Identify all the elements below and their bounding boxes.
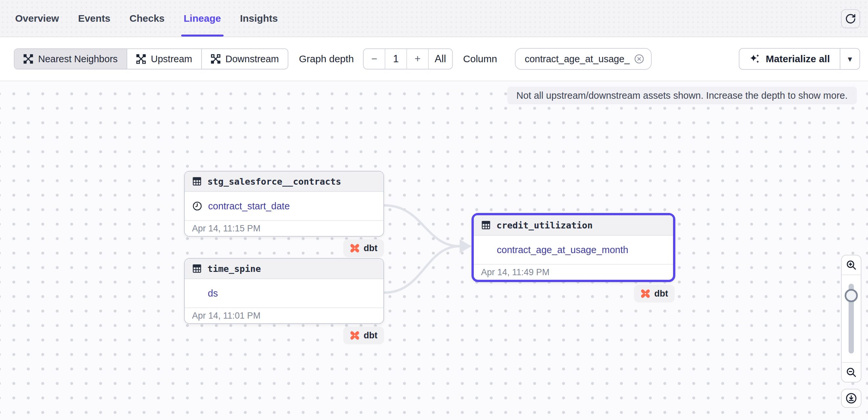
view-mode-downstream[interactable]: Downstream: [202, 49, 288, 69]
depth-warning-text: Not all upstream/downstream assets shown…: [517, 90, 848, 101]
materialize-button-group: Materialize all ▾: [739, 48, 860, 70]
asset-timestamp: Apr 14, 11:01 PM: [185, 307, 383, 323]
asset-node-credit-utilization[interactable]: credit_utilization contract_age_at_usage…: [471, 213, 675, 282]
asset-node-header: credit_utilization: [474, 215, 673, 236]
zoom-control-panel: [841, 255, 861, 383]
asset-node-header: stg_salesforce__contracts: [185, 171, 383, 192]
zoom-in-icon: [845, 259, 857, 271]
tab-checks[interactable]: Checks: [129, 0, 165, 36]
view-mode-upstream[interactable]: Upstream: [127, 49, 202, 69]
dbt-logo-icon: [350, 243, 360, 253]
tab-events[interactable]: Events: [78, 0, 110, 36]
dbt-badge: dbt: [343, 239, 384, 257]
materialize-dropdown-button[interactable]: ▾: [840, 48, 860, 70]
asset-node-header: time_spine: [185, 259, 383, 279]
clock-icon: [192, 201, 203, 211]
view-mode-label: Upstream: [151, 54, 192, 64]
lineage-canvas[interactable]: Not all upstream/downstream assets shown…: [0, 82, 868, 420]
nearest-neighbors-icon: [23, 54, 33, 64]
view-mode-label: Nearest Neighbors: [38, 54, 118, 64]
depth-decrement-button[interactable]: −: [364, 49, 385, 69]
asset-node-time-spine[interactable]: time_spine ds Apr 14, 11:01 PM: [184, 258, 384, 324]
column-filter-value: contract_age_at_usage_: [525, 54, 630, 64]
zoom-out-button[interactable]: [842, 362, 861, 382]
edge-stg-to-credit: [385, 205, 460, 246]
asset-title: time_spine: [208, 264, 261, 274]
graph-depth-label: Graph depth: [299, 53, 354, 64]
recenter-view-button[interactable]: [841, 389, 861, 408]
tab-overview[interactable]: Overview: [15, 0, 59, 36]
sparkles-icon: [749, 53, 761, 64]
column-filter-chip[interactable]: contract_age_at_usage_: [515, 48, 652, 70]
edge-timespine-to-credit: [385, 246, 460, 292]
zoom-slider-thumb[interactable]: [845, 289, 858, 302]
asset-column-row[interactable]: contract_start_date: [185, 192, 383, 220]
column-filter-label: Column: [463, 53, 497, 64]
upstream-icon: [136, 54, 146, 64]
tab-lineage[interactable]: Lineage: [184, 0, 221, 36]
asset-column-row[interactable]: contract_age_at_usage_month: [474, 236, 673, 264]
downstream-icon: [211, 54, 221, 64]
dbt-badge: dbt: [634, 285, 675, 303]
dbt-logo-icon: [641, 289, 650, 299]
zoom-in-button[interactable]: [842, 255, 861, 275]
materialize-all-button[interactable]: Materialize all: [739, 48, 840, 70]
asset-timestamp: Apr 14, 11:15 PM: [185, 220, 383, 236]
depth-increment-button[interactable]: +: [407, 49, 429, 69]
column-name: ds: [208, 288, 218, 299]
depth-all-button[interactable]: All: [429, 49, 452, 69]
dbt-logo-icon: [350, 331, 360, 340]
tab-bar: Overview Events Checks Lineage Insights: [0, 0, 868, 37]
depth-warning-banner: Not all upstream/downstream assets shown…: [507, 87, 857, 104]
lineage-edges: [0, 82, 868, 420]
asset-timestamp: Apr 14, 11:49 PM: [474, 264, 673, 280]
column-name: contract_start_date: [208, 201, 290, 212]
tab-insights[interactable]: Insights: [240, 0, 278, 36]
recenter-icon: [845, 392, 857, 404]
zoom-slider: [842, 275, 861, 362]
view-mode-segmented-control: Nearest Neighbors Upstream: [14, 48, 288, 69]
view-mode-nearest-neighbors[interactable]: Nearest Neighbors: [14, 49, 127, 69]
asset-title: stg_salesforce__contracts: [208, 176, 341, 187]
asset-column-row[interactable]: ds: [185, 279, 383, 307]
edge-arrowhead: [460, 239, 471, 253]
table-icon: [481, 220, 491, 230]
table-icon: [192, 176, 202, 186]
table-icon: [192, 264, 202, 274]
materialize-all-label: Materialize all: [766, 53, 830, 64]
chevron-down-icon: ▾: [848, 54, 852, 64]
zoom-out-icon: [845, 366, 857, 378]
refresh-button[interactable]: [841, 9, 860, 28]
asset-title: credit_utilization: [496, 220, 593, 230]
graph-depth-stepper: − 1 + All: [363, 48, 453, 69]
circle-x-icon[interactable]: [634, 54, 644, 64]
dbt-badge: dbt: [343, 327, 384, 344]
dbt-badge-label: dbt: [654, 289, 668, 299]
lineage-toolbar: Nearest Neighbors Upstream: [0, 37, 868, 81]
column-name: contract_age_at_usage_month: [497, 245, 628, 255]
depth-value: 1: [385, 49, 407, 69]
asset-node-stg-salesforce-contracts[interactable]: stg_salesforce__contracts contract_start…: [184, 171, 384, 237]
dbt-badge-label: dbt: [364, 331, 377, 341]
refresh-icon: [845, 13, 856, 24]
dbt-badge-label: dbt: [364, 243, 377, 253]
view-mode-label: Downstream: [225, 54, 279, 64]
